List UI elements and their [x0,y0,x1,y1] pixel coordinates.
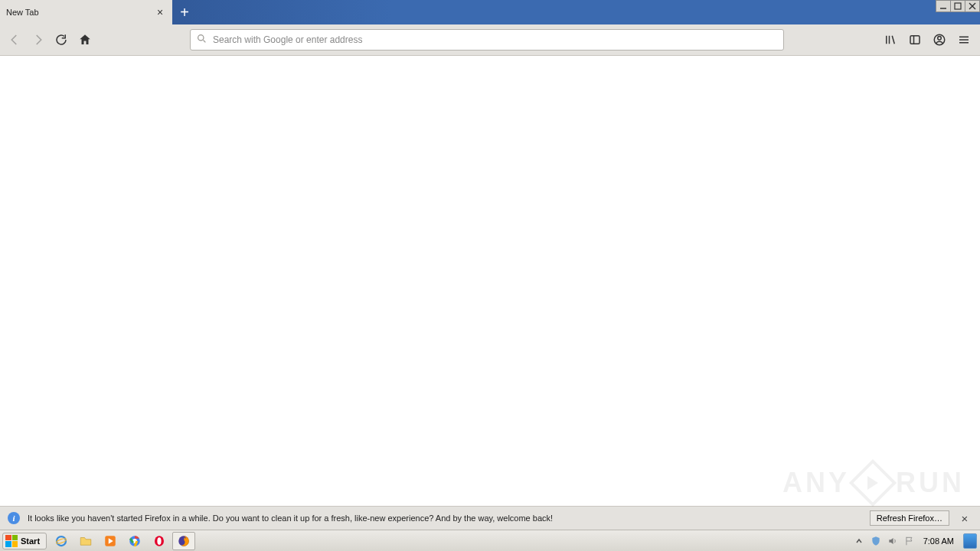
taskbar-chrome[interactable] [123,532,146,550]
tabstrip: New Tab × + [0,0,197,24]
watermark: ANY RUN [782,466,965,500]
start-label: Start [21,536,40,546]
library-button[interactable] [879,28,902,51]
taskbar-explorer[interactable] [74,532,97,550]
urlbar-container [98,29,876,51]
play-icon [849,459,897,507]
notification-text: It looks like you haven't started Firefo… [28,514,553,523]
urlbar[interactable] [190,29,784,51]
sidebar-button[interactable] [903,28,926,51]
taskbar-firefox[interactable] [172,532,195,550]
tab-label: New Tab [6,8,39,17]
taskbar-media[interactable] [99,532,122,550]
svg-point-12 [938,37,942,41]
start-button[interactable]: Start [2,533,47,549]
maximize-button[interactable] [950,0,965,12]
account-button[interactable] [928,28,951,51]
info-icon: i [8,512,20,524]
svg-rect-1 [955,3,961,9]
taskbar-opera[interactable] [148,532,171,550]
search-icon [197,33,207,47]
tray-expand-icon[interactable] [853,535,865,547]
content-area: ANY RUN [0,56,980,506]
windows-logo-icon [5,535,18,547]
minimize-button[interactable] [936,0,951,12]
tray-shield-icon[interactable] [870,535,882,547]
refresh-button-label: Refresh Firefox… [877,514,942,523]
address-input[interactable] [213,34,777,45]
window-controls [936,0,980,12]
taskbar-ie[interactable] [50,532,73,550]
toolbar-right [879,28,975,51]
close-window-button[interactable] [965,0,980,12]
tab-newtab[interactable]: New Tab × [0,0,172,24]
show-desktop-button[interactable] [963,533,977,549]
tray-volume-icon[interactable] [887,535,899,547]
back-button[interactable] [5,28,25,51]
system-tray: 7:08 AM [853,533,980,549]
titlebar: New Tab × + [0,0,980,24]
notification-bar: i It looks like you haven't started Fire… [0,506,980,530]
close-tab-icon[interactable]: × [154,6,166,18]
watermark-right: RUN [896,467,965,499]
svg-rect-9 [910,36,920,44]
menu-button[interactable] [952,28,975,51]
new-tab-button[interactable]: + [172,0,197,24]
svg-line-8 [892,36,894,44]
reload-button[interactable] [51,28,72,51]
refresh-firefox-button[interactable]: Refresh Firefox… [870,510,949,526]
toolbar [0,24,980,56]
forward-button[interactable] [28,28,49,51]
svg-line-5 [204,41,206,43]
taskbar: Start 7:08 AM [0,530,980,551]
svg-point-23 [157,537,161,545]
svg-point-4 [198,35,204,41]
close-notification-icon[interactable]: × [957,510,972,526]
home-button[interactable] [75,28,96,51]
watermark-left: ANY [782,467,850,499]
tray-flag-icon[interactable] [903,535,916,547]
clock[interactable]: 7:08 AM [920,536,957,546]
